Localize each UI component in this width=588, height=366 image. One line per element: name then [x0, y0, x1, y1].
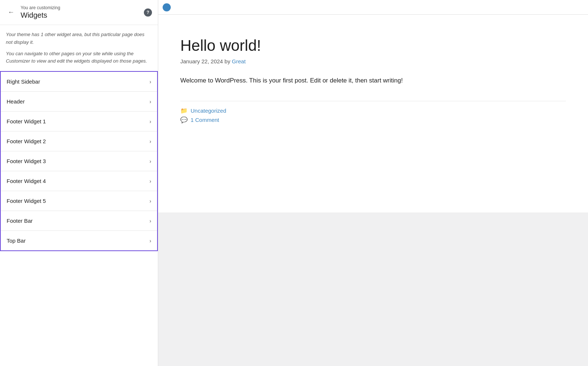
post-content: Hello world! January 22, 2024 by Great W…	[158, 15, 588, 212]
info-text-2: You can navigate to other pages on your …	[0, 46, 158, 71]
chevron-right-icon: ›	[149, 158, 151, 164]
chevron-right-icon: ›	[149, 198, 151, 204]
post-author-link[interactable]: Great	[232, 58, 246, 64]
panel-title: Widgets	[21, 11, 60, 20]
widget-item-label: Right Sidebar	[7, 78, 40, 85]
widget-item-label: Footer Widget 5	[7, 198, 46, 204]
chevron-right-icon: ›	[149, 178, 151, 184]
post-footer: 📁 Uncategorized 💬 1 Comment	[180, 101, 566, 123]
widget-item-label: Footer Widget 1	[7, 118, 46, 124]
widget-item[interactable]: Top Bar›	[1, 231, 157, 250]
widget-item[interactable]: Footer Widget 1›	[1, 112, 157, 131]
widget-item[interactable]: Footer Bar›	[1, 211, 157, 231]
widget-item-label: Header	[7, 98, 25, 105]
post-meta: January 22, 2024 by Great	[180, 58, 566, 64]
back-button[interactable]: ←	[6, 7, 16, 18]
header-text: You are customizing Widgets	[21, 5, 60, 20]
widget-item-label: Footer Widget 4	[7, 178, 46, 184]
widget-item[interactable]: Right Sidebar›	[1, 72, 157, 92]
comments-link[interactable]: 1 Comment	[191, 117, 219, 123]
widget-item[interactable]: Footer Widget 4›	[1, 171, 157, 191]
widget-item[interactable]: Footer Widget 2›	[1, 131, 157, 151]
widget-item[interactable]: Footer Widget 3›	[1, 151, 157, 171]
widget-item[interactable]: Footer Widget 5›	[1, 191, 157, 211]
category-link[interactable]: Uncategorized	[191, 108, 226, 114]
widget-item-label: Top Bar	[7, 237, 26, 244]
preview-panel: Hello world! January 22, 2024 by Great W…	[158, 0, 588, 366]
widget-item[interactable]: Header›	[1, 92, 157, 112]
chevron-right-icon: ›	[149, 238, 151, 244]
preview-top-bar	[158, 0, 588, 15]
widget-list: Right Sidebar›Header›Footer Widget 1›Foo…	[0, 71, 158, 251]
customizing-label: You are customizing	[21, 5, 60, 10]
post-comments: 💬 1 Comment	[180, 116, 566, 123]
widget-item-label: Footer Bar	[7, 218, 33, 224]
widget-item-label: Footer Widget 3	[7, 158, 46, 164]
folder-icon: 📁	[180, 107, 188, 114]
post-category: 📁 Uncategorized	[180, 107, 566, 114]
help-icon[interactable]: ?	[144, 8, 152, 17]
preview-site-icon	[163, 3, 171, 11]
post-date-by: January 22, 2024 by	[180, 58, 232, 64]
customizer-panel: ← You are customizing Widgets ? Your the…	[0, 0, 158, 366]
info-text-1: Your theme has 1 other widget area, but …	[0, 25, 158, 46]
chevron-right-icon: ›	[149, 119, 151, 124]
post-title: Hello world!	[180, 37, 566, 54]
comment-icon: 💬	[180, 116, 188, 123]
chevron-right-icon: ›	[149, 79, 151, 85]
chevron-right-icon: ›	[149, 99, 151, 105]
chevron-right-icon: ›	[149, 218, 151, 224]
back-icon: ←	[8, 8, 14, 16]
post-body: Welcome to WordPress. This is your first…	[180, 75, 566, 86]
chevron-right-icon: ›	[149, 138, 151, 144]
widget-item-label: Footer Widget 2	[7, 138, 46, 144]
panel-header: ← You are customizing Widgets ?	[0, 0, 158, 25]
preview-gray-area	[158, 212, 588, 366]
